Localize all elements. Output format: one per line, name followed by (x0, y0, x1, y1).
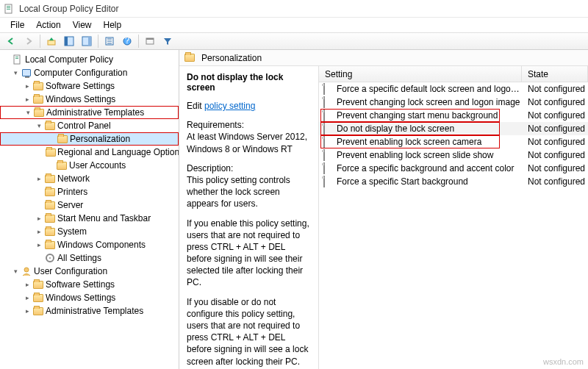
tree-root[interactable]: Local Computer Policy (0, 53, 179, 66)
column-setting[interactable]: Setting (319, 66, 522, 82)
list-item[interactable]: Prevent enabling lock screen cameraNot c… (319, 135, 588, 148)
folder-icon (44, 120, 56, 132)
tree-software-settings[interactable]: ▸Software Settings (0, 79, 179, 93)
tree-user-config[interactable]: ▾User Configuration (0, 265, 179, 278)
menu-action[interactable]: Action (30, 18, 66, 32)
svg-rect-3 (7, 9, 10, 10)
show-hide-action-button[interactable] (79, 34, 95, 49)
expander-icon[interactable]: ▸ (22, 281, 32, 288)
expander-icon[interactable]: ▸ (22, 294, 32, 301)
expander-icon[interactable]: ▾ (23, 109, 33, 116)
tree-label: Windows Components (57, 240, 146, 250)
tree-label: Computer Configuration (34, 68, 127, 78)
setting-label: Force a specific default lock screen and… (337, 84, 522, 94)
expander-icon[interactable]: ▸ (22, 82, 32, 90)
tree-label: Software Settings (46, 279, 115, 290)
expander-icon[interactable]: ▾ (10, 69, 21, 76)
toolbar: ? (0, 32, 588, 50)
setting-state: Not configured (522, 110, 588, 121)
expander-icon[interactable]: ▸ (34, 175, 44, 182)
right-header-title: Personalization (201, 53, 262, 63)
tree-label: Windows Settings (46, 293, 115, 303)
tree-start-menu[interactable]: ▸Start Menu and Taskbar (0, 212, 179, 225)
expander-icon[interactable]: ▾ (10, 268, 21, 275)
svg-rect-4 (48, 40, 55, 45)
policy-file-icon (323, 84, 334, 94)
tree-pane[interactable]: Local Computer Policy ▾ Computer Configu… (0, 50, 179, 369)
folder-icon (33, 107, 45, 118)
list-item[interactable]: Prevent changing start menu backgroundNo… (319, 109, 588, 122)
expander-icon[interactable]: ▸ (22, 307, 32, 315)
folder-icon (44, 186, 56, 198)
list-item[interactable]: Force a specific default lock screen and… (319, 82, 588, 96)
expander-icon[interactable]: ▸ (34, 228, 44, 235)
tree-all-settings[interactable]: All Settings (0, 251, 179, 265)
up-button[interactable] (43, 34, 60, 49)
list-item[interactable]: Force a specific Start backgroundNot con… (319, 175, 588, 188)
setting-state: Not configured (522, 84, 588, 94)
titlebar: Local Group Policy Editor (0, 0, 588, 18)
description-p2: If you enable this policy setting, users… (187, 218, 311, 289)
tree-control-panel[interactable]: ▾Control Panel (0, 119, 179, 132)
expander-icon[interactable]: ▸ (34, 215, 44, 222)
svg-rect-6 (65, 37, 68, 46)
tree-server[interactable]: Server (0, 198, 179, 212)
tree-user-accounts[interactable]: User Accounts (0, 159, 179, 172)
description-p3: If you disable or do not configure this … (187, 296, 311, 369)
tree-label: Start Menu and Taskbar (57, 213, 151, 223)
expander-icon[interactable]: ▸ (34, 241, 44, 248)
edit-policy-link[interactable]: policy setting (204, 101, 255, 111)
user-icon (21, 265, 32, 277)
svg-point-17 (24, 268, 29, 272)
help-button[interactable]: ? (119, 34, 135, 49)
tree-user-admin-templates[interactable]: ▸Administrative Templates (0, 304, 179, 318)
tree-label: Software Settings (46, 81, 115, 91)
folder-icon (44, 226, 56, 237)
list-item[interactable]: Prevent enabling lock screen slide showN… (319, 148, 588, 162)
menu-view[interactable]: View (67, 18, 98, 32)
refresh-button[interactable] (101, 34, 118, 49)
tree-regional[interactable]: Regional and Language Options (0, 146, 179, 159)
setting-state: Not configured (522, 123, 588, 134)
policy-file-icon (323, 110, 334, 121)
requirements-text: At least Windows Server 2012, Windows 8 … (187, 132, 307, 154)
tree-network[interactable]: ▸Network (0, 172, 179, 185)
tree-system[interactable]: ▸System (0, 225, 179, 238)
filter-button[interactable] (159, 34, 176, 49)
export-button[interactable] (142, 34, 158, 49)
back-button[interactable] (3, 34, 19, 49)
list-item-selected[interactable]: Do not display the lock screenNot config… (319, 122, 588, 135)
watermark: wsxdn.com (543, 357, 584, 366)
svg-rect-1 (7, 6, 10, 7)
setting-label: Prevent enabling lock screen camera (337, 137, 522, 147)
tree-user-windows-settings[interactable]: ▸Windows Settings (0, 291, 179, 304)
list-item[interactable]: Force a specific background and accent c… (319, 162, 588, 175)
setting-label: Do not display the lock screen (337, 123, 522, 134)
tree-computer-config[interactable]: ▾ Computer Configuration (0, 66, 179, 79)
tree-admin-templates[interactable]: ▾Administrative Templates (0, 106, 179, 119)
policy-file-icon (323, 137, 334, 147)
folder-icon (44, 212, 56, 224)
folder-icon (32, 279, 44, 290)
expander-icon[interactable]: ▸ (22, 96, 32, 103)
tree-printers[interactable]: Printers (0, 185, 179, 198)
tree-windows-components[interactable]: ▸Windows Components (0, 238, 179, 251)
description-label: Description: (187, 163, 233, 173)
tree-label: Network (57, 173, 90, 184)
tree-user-software-settings[interactable]: ▸Software Settings (0, 278, 179, 291)
show-hide-tree-button[interactable] (61, 34, 77, 49)
list-item[interactable]: Prevent changing lock screen and logon i… (319, 96, 588, 109)
column-state[interactable]: State (522, 66, 588, 82)
svg-rect-2 (7, 7, 10, 8)
tree-label: Administrative Templates (46, 306, 143, 316)
setting-state: Not configured (522, 150, 588, 160)
menu-file[interactable]: File (4, 18, 30, 32)
tree-windows-settings[interactable]: ▸Windows Settings (0, 93, 179, 106)
selected-setting-title: Do not display the lock screen (187, 72, 311, 93)
folder-icon (57, 133, 68, 145)
folder-icon (44, 173, 56, 184)
tree-personalization[interactable]: Personalization (0, 132, 179, 146)
menu-help[interactable]: Help (98, 18, 128, 32)
expander-icon[interactable]: ▾ (34, 122, 44, 129)
tree-label: Local Computer Policy (25, 54, 113, 65)
